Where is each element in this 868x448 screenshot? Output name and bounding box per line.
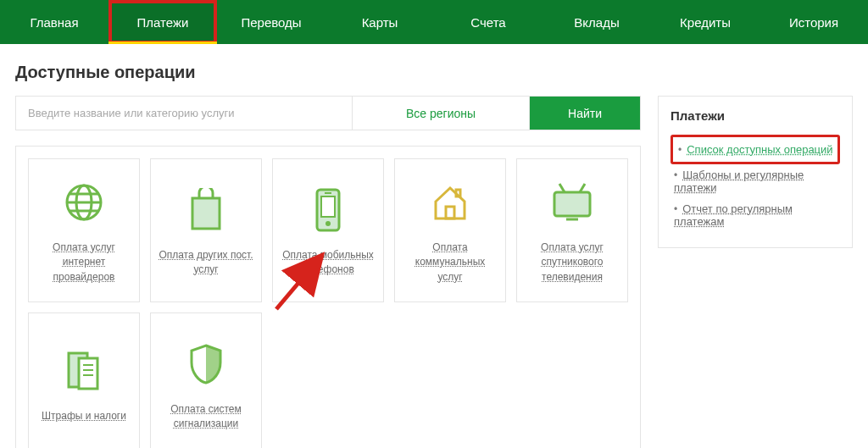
tile-internet[interactable]: Оплата услуг интернет провайдеров (28, 158, 140, 302)
tile-label: Оплата услуг спутникового телевидения (524, 241, 620, 285)
nav-label: Платежи (137, 15, 189, 30)
side-link-label: Список доступных операций (687, 143, 832, 156)
house-icon (429, 176, 471, 229)
nav-item-cards[interactable]: Карты (326, 0, 434, 44)
receipt-icon (64, 345, 104, 397)
svg-rect-5 (192, 198, 220, 229)
tiles-panel: Оплата услуг интернет провайдеров Оплата… (15, 146, 641, 448)
sidebar: Платежи Список доступных операций Шаблон… (658, 96, 853, 448)
nav-label: Переводы (241, 15, 301, 30)
shield-icon (186, 338, 225, 390)
svg-point-8 (326, 221, 331, 226)
side-link-label: Шаблоны и регулярные платежи (674, 169, 804, 194)
svg-rect-10 (446, 207, 454, 218)
nav-label: История (789, 15, 838, 30)
tile-label: Оплата других пост. услуг (158, 248, 254, 278)
phone-icon (314, 184, 342, 236)
annotation-highlight-sidebar: Список доступных операций (670, 135, 840, 164)
search-bar: Все регионы Найти (15, 96, 641, 130)
nav-item-history[interactable]: История (760, 0, 868, 44)
side-link-templates[interactable]: Шаблоны и регулярные платежи (670, 164, 840, 198)
nav-label: Счета (470, 15, 505, 30)
tile-fines[interactable]: Штрафы и налоги (28, 312, 140, 448)
nav-item-credits[interactable]: Кредиты (651, 0, 760, 44)
tile-security[interactable]: Оплата систем сигнализации (150, 312, 262, 448)
bag-icon (187, 184, 225, 236)
side-link-report[interactable]: Отчет по регулярным платежам (670, 198, 840, 232)
tile-utilities[interactable]: Оплата коммунальных услуг (394, 158, 506, 302)
tile-label: Штрафы и налоги (42, 409, 126, 423)
top-nav: Главная Платежи Переводы Карты Счета Вкл… (0, 0, 868, 44)
tile-tv[interactable]: Оплата услуг спутникового телевидения (516, 158, 628, 302)
region-button[interactable]: Все регионы (352, 97, 530, 130)
nav-label: Кредиты (680, 15, 731, 30)
search-input[interactable] (16, 97, 352, 130)
tile-label: Оплата коммунальных услуг (402, 241, 498, 285)
main-column: Все регионы Найти Оплата услуг интернет … (15, 96, 641, 448)
side-panel: Платежи Список доступных операций Шаблон… (658, 96, 853, 248)
svg-rect-7 (321, 196, 335, 217)
svg-rect-12 (554, 192, 590, 216)
nav-item-home[interactable]: Главная (0, 0, 108, 44)
nav-item-payments[interactable]: Платежи (108, 0, 217, 44)
side-title: Платежи (670, 108, 840, 123)
page-title: Доступные операции (15, 63, 853, 82)
tv-icon (549, 176, 595, 229)
nav-label: Вклады (574, 15, 619, 30)
nav-item-transfers[interactable]: Переводы (217, 0, 326, 44)
side-link-operations[interactable]: Список доступных операций (675, 139, 836, 160)
nav-label: Карты (362, 15, 398, 30)
nav-item-deposits[interactable]: Вклады (542, 0, 651, 44)
tile-label: Оплата мобильных телефонов (280, 248, 376, 278)
svg-rect-17 (79, 358, 97, 389)
nav-item-accounts[interactable]: Счета (434, 0, 542, 44)
tile-label: Оплата услуг интернет провайдеров (36, 241, 132, 285)
globe-icon (63, 176, 105, 229)
tile-label: Оплата систем сигнализации (158, 402, 254, 432)
tile-mobile[interactable]: Оплата мобильных телефонов (272, 158, 384, 302)
nav-label: Главная (30, 15, 78, 30)
svg-rect-11 (456, 190, 460, 196)
tile-other[interactable]: Оплата других пост. услуг (150, 158, 262, 302)
content: Доступные операции Все регионы Найти Опл… (0, 44, 868, 448)
find-button[interactable]: Найти (530, 97, 640, 130)
side-link-label: Отчет по регулярным платежам (674, 202, 793, 228)
